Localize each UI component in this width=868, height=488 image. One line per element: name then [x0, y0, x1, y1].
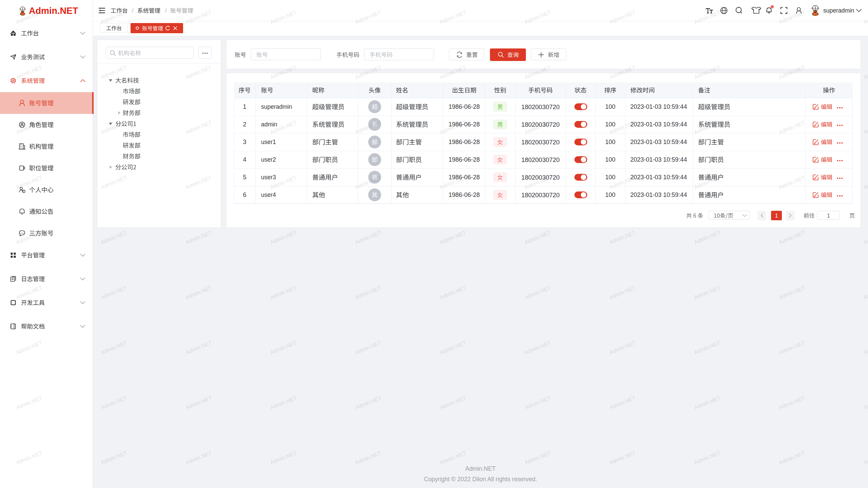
svg-text:Admin.NET: Admin.NET: [465, 465, 496, 472]
svg-text:Copyright © 2022 Dilon All rig: Copyright © 2022 Dilon All rights reserv…: [424, 476, 537, 483]
